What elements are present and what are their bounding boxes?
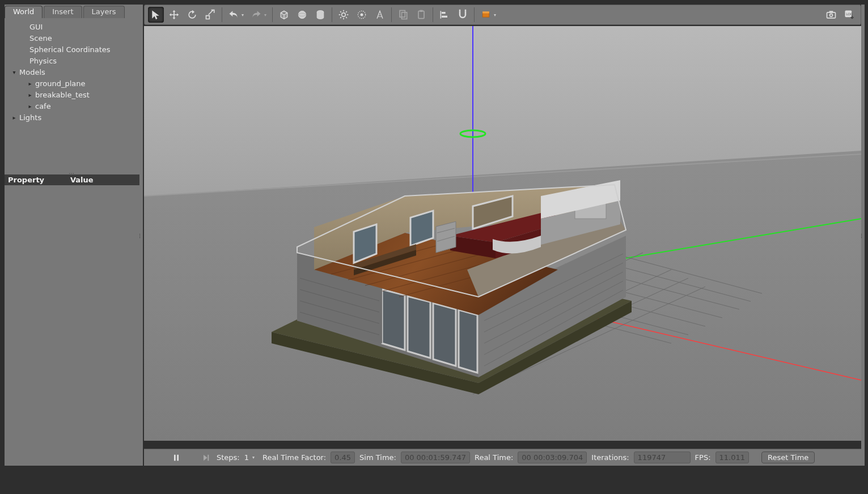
insert-box-button[interactable] [276, 7, 292, 23]
tree-item-label: breakable_test [35, 90, 90, 100]
expand-arrow-icon[interactable]: ▸ [27, 104, 33, 109]
real-time-label: Real Time: [475, 453, 513, 462]
toolbar-separator [391, 7, 392, 22]
log-record-button[interactable]: LOG [841, 7, 857, 23]
horizontal-splitter[interactable] [5, 171, 139, 174]
right-splitter[interactable]: … [861, 5, 865, 466]
expand-arrow-icon[interactable]: ▸ [27, 81, 33, 87]
sim-time-value: 00 00:01:59.747 [401, 452, 470, 463]
rtf-value: 0.45 [331, 452, 355, 463]
svg-rect-21 [442, 12, 446, 14]
screenshot-button[interactable] [823, 7, 839, 23]
view-angle-button[interactable] [478, 7, 494, 23]
expand-arrow-icon[interactable]: ▸ [27, 92, 33, 98]
insert-sphere-button[interactable] [294, 7, 310, 23]
tree-item-label: cafe [35, 101, 51, 112]
svg-marker-65 [433, 303, 456, 366]
toolbar-separator [332, 7, 332, 22]
svg-rect-16 [400, 11, 405, 18]
fps-value: 11.011 [715, 452, 750, 463]
simulation-status-bar: Steps: 1 ▾ Real Time Factor: 0.45 Sim Ti… [144, 449, 861, 466]
pause-button[interactable] [170, 452, 183, 464]
tree-item-label: Physics [29, 56, 57, 66]
paste-button[interactable] [413, 7, 429, 23]
fps-label: FPS: [695, 453, 711, 462]
copy-button[interactable] [395, 7, 411, 23]
sidebar-tabs: World Insert Layers [5, 5, 139, 18]
undo-button[interactable] [226, 7, 242, 23]
property-col-header: Property [5, 174, 67, 185]
select-arrow-button[interactable] [148, 7, 164, 23]
main-toolbar: ▾ ▾ [144, 5, 861, 25]
align-button[interactable] [437, 7, 452, 23]
tree-item-physics[interactable]: ▸Physics [5, 56, 139, 67]
svg-rect-95 [174, 454, 176, 461]
tree-item-label: Spherical Coordinates [29, 45, 111, 55]
value-col-header: Value [67, 174, 97, 185]
tree-item-gui[interactable]: ▸GUI [5, 22, 139, 33]
view-angle-dropdown[interactable]: ▾ [494, 12, 498, 18]
toolbar-separator [222, 7, 222, 22]
redo-button[interactable] [248, 7, 264, 23]
steps-label: Steps: [217, 453, 240, 462]
tree-item-lights[interactable]: ▸Lights [5, 112, 139, 124]
scene-tree[interactable]: ▸GUI▸Scene▸Spherical Coordinates▸Physics… [5, 18, 139, 171]
steps-dropdown[interactable]: ▾ [252, 455, 257, 460]
svg-marker-63 [382, 289, 405, 350]
svg-point-12 [361, 14, 363, 16]
tab-world[interactable]: World [5, 6, 43, 18]
svg-rect-96 [177, 454, 179, 461]
tree-item-label: Lights [19, 113, 41, 123]
point-light-button[interactable] [354, 7, 370, 23]
svg-point-3 [342, 13, 346, 17]
reset-time-button[interactable]: Reset Time [761, 452, 815, 463]
iterations-label: Iterations: [591, 453, 629, 462]
tree-item-spherical-coordinates[interactable]: ▸Spherical Coordinates [5, 44, 139, 56]
tree-item-ground_plane[interactable]: ▸ground_plane [5, 78, 139, 90]
rotate-button[interactable] [184, 7, 200, 23]
tree-item-models[interactable]: ▾Models [5, 67, 139, 78]
svg-rect-22 [442, 16, 447, 18]
rtf-label: Real Time Factor: [262, 453, 326, 462]
sim-time-label: Sim Time: [359, 453, 396, 462]
undo-history-dropdown[interactable]: ▾ [242, 12, 246, 18]
svg-marker-89 [436, 222, 456, 253]
tree-item-cafe[interactable]: ▸cafe [5, 101, 139, 112]
svg-rect-18 [418, 11, 424, 18]
sun-light-button[interactable] [336, 7, 352, 23]
tree-item-label: Models [19, 67, 45, 78]
toolbar-separator [272, 7, 273, 22]
expand-arrow-icon[interactable]: ▸ [11, 115, 17, 121]
svg-line-8 [340, 11, 341, 12]
property-table-header: Property Value [5, 174, 139, 185]
svg-rect-17 [402, 12, 407, 19]
svg-rect-19 [420, 10, 423, 12]
translate-button[interactable] [166, 7, 182, 23]
tree-item-label: Scene [29, 33, 52, 44]
svg-rect-29 [829, 11, 833, 12]
svg-rect-97 [208, 454, 209, 461]
step-button[interactable] [200, 452, 212, 464]
svg-marker-64 [408, 296, 430, 358]
snap-button[interactable] [455, 7, 471, 23]
real-time-value: 00 00:03:09.704 [518, 452, 587, 463]
toolbar-separator [474, 7, 475, 22]
left-splitter[interactable]: … [139, 5, 143, 466]
3d-viewport[interactable] [144, 26, 861, 441]
tab-layers[interactable]: Layers [83, 6, 125, 18]
toolbar-separator [433, 7, 433, 22]
insert-cylinder-button[interactable] [312, 7, 328, 23]
redo-history-dropdown[interactable]: ▾ [264, 12, 269, 18]
scale-button[interactable] [202, 7, 218, 23]
svg-marker-66 [459, 310, 477, 373]
spot-light-button[interactable] [372, 7, 388, 23]
svg-line-11 [346, 11, 347, 12]
svg-point-28 [830, 14, 833, 16]
tree-item-scene[interactable]: ▸Scene [5, 33, 139, 44]
iterations-value: 119747 [634, 452, 691, 463]
expand-arrow-icon[interactable]: ▾ [11, 70, 17, 75]
svg-line-9 [346, 17, 347, 18]
tab-insert[interactable]: Insert [44, 6, 82, 18]
tree-item-breakable_test[interactable]: ▸breakable_test [5, 90, 139, 101]
steps-value[interactable]: 1 [244, 453, 249, 462]
